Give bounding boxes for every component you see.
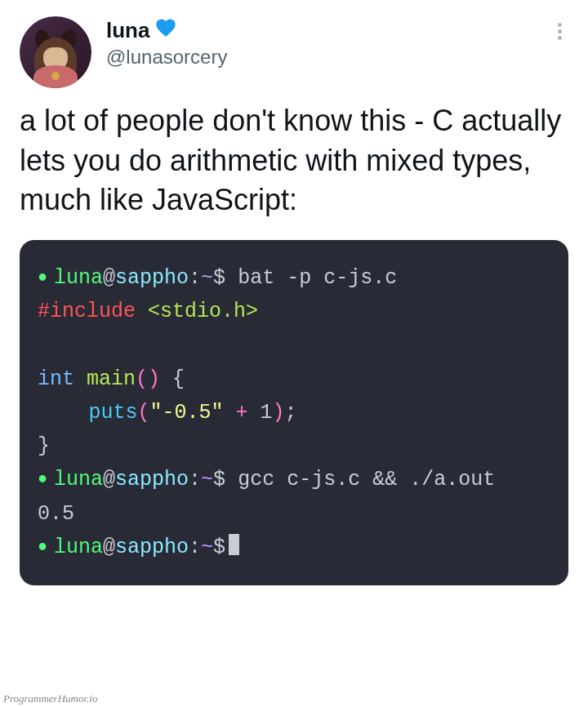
terminal-line: ● luna@sappho:~$ bat -p c-js.c (38, 261, 550, 295)
prompt-path: ~ (201, 463, 213, 496)
prompt-user: luna (54, 261, 103, 295)
prompt-sep: : (189, 261, 201, 295)
prompt-symbol: $ (213, 261, 225, 295)
semicolon: ; (285, 401, 297, 425)
keyword-int: int (38, 367, 74, 391)
prompt-path: ~ (201, 531, 213, 564)
terminal-line: ● luna@sappho:~$ gcc c-js.c && ./a.out (38, 463, 550, 496)
prompt-sep: : (189, 531, 201, 564)
prompt-symbol: $ (213, 463, 225, 496)
paren-close: ) (273, 401, 285, 425)
program-output: 0.5 (38, 497, 550, 531)
string-literal: "-0.5" (150, 401, 224, 425)
code-line: } (38, 429, 550, 463)
prompt-symbol: $ (213, 531, 225, 564)
parens: () (136, 367, 160, 391)
prompt-host: sappho (115, 463, 189, 496)
heart-icon (154, 16, 177, 44)
more-button[interactable] (551, 16, 568, 47)
brace-open: { (160, 367, 185, 391)
prompt-sep: : (189, 463, 201, 496)
avatar[interactable] (20, 16, 91, 88)
number-literal: 1 (261, 401, 273, 425)
tweet-header: luna @lunasorcery (20, 16, 568, 88)
tweet-card: luna @lunasorcery a lot of people don't … (0, 0, 588, 602)
tweet-text: a lot of people don't know this - C actu… (20, 101, 568, 220)
plus-operator: + (224, 401, 261, 425)
command-text: bat -p c-js.c (225, 261, 397, 295)
user-handle[interactable]: @lunasorcery (106, 46, 551, 69)
prompt-bullet-icon: ● (38, 533, 47, 560)
fn-puts: puts (89, 401, 138, 425)
code-line: puts("-0.5" + 1); (89, 396, 551, 429)
watermark: ProgrammerHumor.io (3, 692, 97, 705)
paren-open: ( (138, 401, 150, 425)
prompt-user: luna (54, 531, 103, 564)
display-name[interactable]: luna (106, 18, 149, 43)
include-directive: #include (38, 300, 136, 323)
user-info: luna @lunasorcery (106, 16, 551, 69)
prompt-at: @ (103, 531, 115, 564)
prompt-host: sappho (115, 261, 189, 295)
include-header: <stdio.h> (148, 300, 258, 323)
terminal-block: ● luna@sappho:~$ bat -p c-js.c #include … (20, 240, 568, 585)
command-text: gcc c-js.c && ./a.out (225, 463, 495, 496)
prompt-at: @ (103, 261, 115, 295)
blank-line (38, 328, 550, 362)
prompt-at: @ (103, 463, 115, 496)
terminal-line: ● luna@sappho:~$ (38, 531, 550, 564)
function-main: main (87, 367, 136, 391)
prompt-user: luna (54, 463, 103, 496)
code-line: int main() { (38, 362, 550, 396)
prompt-host: sappho (115, 531, 189, 564)
prompt-path: ~ (201, 261, 213, 295)
prompt-bullet-icon: ● (38, 264, 47, 291)
prompt-bullet-icon: ● (38, 465, 47, 492)
cursor-icon (229, 534, 239, 555)
code-line: #include <stdio.h> (38, 295, 550, 328)
brace-close: } (38, 434, 50, 458)
